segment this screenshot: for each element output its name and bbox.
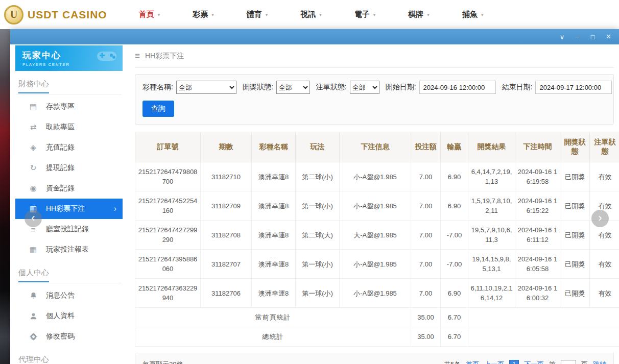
next-page-link[interactable]: 下一页: [524, 360, 544, 364]
site-logo[interactable]: U USDT CASINO: [4, 5, 107, 25]
window-close-icon[interactable]: ×: [606, 33, 611, 41]
sidebar-item-label: 廳室投註記錄: [46, 225, 89, 234]
total-summary-label: 總統計: [135, 327, 411, 347]
start-date-label: 開始日期:: [386, 83, 416, 92]
sidebar-item-label: 取款專區: [46, 123, 75, 132]
col-bet-time: 下注時間: [515, 132, 560, 162]
current-page-indicator: 1: [509, 360, 519, 364]
page-number-input[interactable]: [561, 360, 576, 364]
nav-item-lottery[interactable]: 彩票 ▾: [193, 10, 214, 19]
nav-item-live[interactable]: 視訊 ▾: [300, 10, 322, 19]
window-collapse-icon[interactable]: ∨: [560, 34, 565, 40]
total-summary-win: 6.70: [441, 327, 468, 347]
pagination: 共5条 首页 上一页 1 下一页 第 页 跳转: [444, 360, 606, 364]
chevron-right-icon: ›: [114, 204, 116, 213]
table-footer: 每頁顯示20條 共5条 首页 上一页 1 下一页 第 页 跳转: [135, 353, 614, 364]
background-banner-image: [0, 29, 10, 364]
nav-item-sports[interactable]: 體育 ▾: [247, 10, 268, 19]
col-lottery-name: 彩種名稱: [252, 132, 296, 162]
bets-table: 訂單號 期數 彩種名稱 玩法 下注信息 投注額 輸贏 開獎結果 下注時間 開獎狀…: [135, 132, 619, 347]
deposit-icon: ▤: [29, 102, 38, 111]
sidebar-item-label: 存款專區: [46, 102, 75, 111]
sidebar-item-label: 資金記錄: [46, 184, 75, 193]
prev-page-link[interactable]: 上一页: [484, 360, 504, 364]
sidebar-item-player-bet-report[interactable]: ▦ 玩家投注報表: [15, 239, 123, 260]
lottery-name-select[interactable]: 全部: [176, 81, 236, 94]
first-page-link[interactable]: 首页: [466, 360, 479, 364]
sidebar-item-profile[interactable]: 個人資料: [15, 306, 123, 326]
hamburger-icon[interactable]: ≡: [135, 51, 140, 61]
logo-text: USDT CASINO: [28, 9, 107, 21]
sidebar-item-deposit[interactable]: ▤ 存款專區: [15, 96, 123, 117]
col-draw-status: 開獎狀態: [560, 132, 590, 162]
chevron-down-icon: ▾: [158, 12, 160, 17]
jump-prefix-text: 第: [549, 360, 556, 364]
top-navbar: U USDT CASINO 首頁 ▾ 彩票 ▾ 體育 ▾ 視訊 ▾ 電子 ▾ 棋…: [0, 0, 619, 29]
col-order-status: 注單狀態: [590, 132, 619, 162]
page-summary-win: 6.70: [441, 308, 468, 327]
total-count-text: 共5条: [444, 360, 461, 364]
table-row: 215217264742729929031182708 澳洲幸運8第二球(大) …: [135, 221, 619, 250]
nav-item-slots[interactable]: 電子 ▾: [354, 10, 376, 19]
draw-status-select[interactable]: 全部: [276, 81, 310, 94]
col-order-id: 訂單號: [135, 132, 201, 162]
fund-records-icon: ◉: [29, 184, 38, 193]
order-status-label: 注單狀態:: [316, 83, 347, 92]
chevron-down-icon: ▾: [481, 12, 484, 17]
jump-button[interactable]: 跳转: [593, 360, 606, 364]
carousel-left-arrow[interactable]: ‹: [25, 210, 42, 227]
logo-coin-icon: U: [4, 5, 23, 25]
col-issue: 期數: [201, 132, 252, 162]
col-bet-info: 下注信息: [340, 132, 411, 162]
sidebar-item-label: HH彩票下注: [46, 204, 85, 213]
table-row: 215217264745225416031182709 澳洲幸運8第一球(小) …: [135, 191, 619, 221]
main-menu: 首頁 ▾ 彩票 ▾ 體育 ▾ 視訊 ▾ 電子 ▾ 棋牌 ▾ 捕魚 ▾: [139, 10, 484, 19]
window-minimize-icon[interactable]: −: [576, 34, 580, 40]
filter-panel: 彩種名稱: 全部 開獎狀態: 全部 注單狀態: 全: [135, 74, 614, 125]
draw-status-label: 開獎狀態:: [243, 83, 273, 92]
nav-item-cards[interactable]: 棋牌 ▾: [408, 10, 430, 19]
col-draw-result: 開獎結果: [468, 132, 515, 162]
section-personal-center: 個人中心: [16, 268, 122, 283]
end-date-input[interactable]: [535, 81, 612, 94]
recharge-records-icon: ◈: [29, 143, 38, 152]
table-row: 215217264747980870031182710 澳洲幸運8第二球(小) …: [135, 162, 619, 191]
sidebar-item-announcements[interactable]: 消息公告: [15, 285, 123, 306]
gamepad-icon: [95, 48, 118, 66]
player-center-window: ∨ − □ × 玩家中心 PLAYERS CENTER 財務中心 ▤ 存款專區 …: [10, 29, 619, 364]
chevron-down-icon: ▾: [373, 12, 376, 17]
sidebar-item-label: 個人資料: [46, 311, 75, 321]
players-center-header: 玩家中心 PLAYERS CENTER: [15, 45, 123, 71]
sidebar-item-recharge-records[interactable]: ◈ 充值記錄: [15, 137, 123, 158]
nav-item-home[interactable]: 首頁 ▾: [139, 10, 160, 19]
page-size-text: 每頁顯示20條: [142, 360, 183, 364]
sidebar-item-fund-records[interactable]: ◉ 資金記錄: [15, 178, 123, 199]
window-maximize-icon[interactable]: □: [591, 34, 595, 40]
order-status-select[interactable]: 全部: [350, 81, 379, 94]
page-summary-row: 當前頁統計 35.00 6.70: [135, 308, 619, 327]
sidebar-item-withdrawal-records[interactable]: ↻ 提現記錄: [15, 158, 123, 178]
chevron-down-icon: ▾: [427, 12, 430, 17]
page-summary-bet: 35.00: [411, 308, 441, 327]
end-date-label: 結束日期:: [502, 83, 533, 92]
chevron-down-icon: ▾: [211, 12, 214, 17]
sidebar-item-label: 修改密碼: [46, 332, 75, 341]
section-agent-center: 代理中心: [16, 355, 122, 364]
total-summary-row: 總統計 35.00 6.70: [135, 327, 619, 347]
sidebar-item-label: 充值記錄: [46, 143, 75, 152]
table-row: 215217264739588606031182707 澳洲幸運8第一球(小) …: [135, 250, 619, 279]
sidebar-item-withdraw[interactable]: ⇄ 取款專區: [15, 117, 123, 137]
sidebar-item-change-password[interactable]: 修改密碼: [15, 326, 123, 347]
carousel-right-arrow[interactable]: ›: [591, 210, 609, 227]
start-date-input[interactable]: [419, 81, 496, 94]
total-summary-bet: 35.00: [411, 327, 441, 347]
search-button[interactable]: 查詢: [142, 101, 174, 117]
col-bet-amount: 投注額: [411, 132, 441, 162]
chevron-down-icon: ▾: [266, 12, 268, 17]
col-play-type: 玩法: [296, 132, 340, 162]
sidebar-item-label: 消息公告: [46, 291, 75, 300]
nav-item-fishing[interactable]: 捕魚 ▾: [462, 10, 484, 19]
window-titlebar: ∨ − □ ×: [10, 29, 619, 44]
jump-suffix-text: 页: [581, 360, 588, 364]
withdrawal-records-icon: ↻: [29, 163, 38, 173]
